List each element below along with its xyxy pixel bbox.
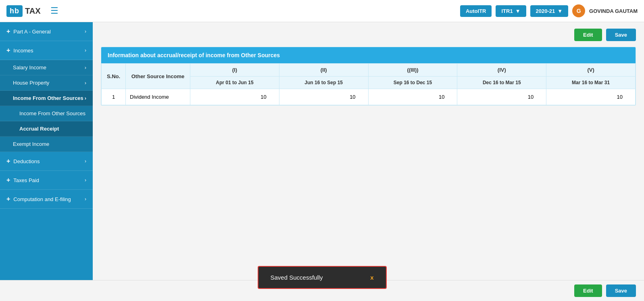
logo: hb TAX (6, 5, 41, 17)
cell-source: Dividend Income (126, 89, 190, 105)
sidebar: + Part A - General › + Incomes › Salary … (0, 22, 93, 280)
user-name: GOVINDA GAUTAM (589, 8, 638, 14)
chevron-right-icon: › (85, 64, 86, 71)
toast-close-button[interactable]: x (370, 274, 373, 281)
sidebar-item-label: Income From Other Sources (19, 110, 85, 116)
plus-icon: + (6, 158, 10, 165)
sidebar-item-exempt-income[interactable]: Exempt Income (0, 137, 93, 152)
sidebar-item-label: Accrual Receipt (19, 126, 59, 132)
chevron-down-icon: › (85, 95, 86, 101)
cell-value-1[interactable] (190, 89, 279, 105)
section-header: Information about accrual/receipt of inc… (101, 47, 636, 63)
top-action-bar: Edit Save (101, 29, 636, 41)
sidebar-item-house-property[interactable]: House Property › (0, 75, 93, 91)
top-edit-button[interactable]: Edit (574, 29, 602, 41)
chevron-right-icon: › (85, 80, 86, 86)
col-header-period-1: Apr 01 to Jun 15 (190, 77, 279, 89)
col-header-roman-2: (II) (279, 64, 368, 77)
logo-hb: hb (6, 5, 23, 17)
chevron-right-icon: › (85, 177, 86, 183)
cell-value-5[interactable] (546, 89, 636, 105)
sidebar-item-income-other-sources-sub[interactable]: Income From Other Sources (0, 106, 93, 121)
input-value-4[interactable] (461, 91, 543, 102)
cell-value-2[interactable] (279, 89, 368, 105)
year-chevron-icon: ▼ (557, 8, 563, 14)
col-header-source: Other Source Income (126, 64, 190, 89)
table-row: 1Dividend Income (102, 89, 636, 105)
toast-message: Saved Successfully (271, 274, 323, 281)
sidebar-item-label: Incomes (13, 48, 33, 54)
input-value-2[interactable] (283, 91, 365, 102)
sidebar-item-incomes[interactable]: + Incomes › (0, 41, 93, 60)
bottom-save-button[interactable]: Save (606, 284, 636, 297)
sidebar-item-label: Salary Income (13, 64, 46, 71)
accrual-receipt-table: S.No. Other Source Income (I) (II) ((III… (101, 63, 636, 105)
chevron-down-icon: › (85, 48, 86, 53)
avatar: G (572, 4, 585, 17)
sidebar-item-accrual-receipt[interactable]: Accrual Receipt (0, 121, 93, 137)
input-value-5[interactable] (550, 91, 632, 102)
toast-overlay: Saved Successfully x (258, 266, 387, 289)
input-value-1[interactable] (194, 91, 276, 102)
sidebar-item-label: Exempt Income (13, 141, 49, 147)
sidebar-item-computation[interactable]: + Computation and E-filing › (0, 190, 93, 209)
itr1-button[interactable]: ITR1 ▼ (496, 5, 526, 17)
autoitr-button[interactable]: AutoITR (460, 5, 492, 17)
sidebar-item-label: Part A - General (13, 29, 51, 35)
sidebar-item-deductions[interactable]: + Deductions › (0, 152, 93, 171)
bottom-edit-button[interactable]: Edit (574, 284, 602, 297)
col-header-roman-3: ((III)) (368, 64, 457, 77)
col-header-period-5: Mar 16 to Mar 31 (546, 77, 636, 89)
cell-value-4[interactable] (457, 89, 546, 105)
sidebar-item-label: Taxes Paid (13, 177, 39, 183)
col-header-roman-4: (IV) (457, 64, 546, 77)
hamburger-icon[interactable]: ☰ (50, 6, 58, 16)
layout: + Part A - General › + Incomes › Salary … (0, 22, 644, 280)
plus-icon: + (6, 176, 10, 184)
input-value-3[interactable] (372, 91, 454, 102)
navbar-right: AutoITR ITR1 ▼ 2020-21 ▼ G GOVINDA GAUTA… (460, 4, 638, 17)
chevron-right-icon: › (85, 158, 86, 164)
sidebar-item-label: Income From Other Sources (13, 95, 83, 101)
itr1-chevron-icon: ▼ (515, 8, 521, 14)
logo-tax: TAX (25, 6, 41, 16)
chevron-right-icon: › (85, 29, 86, 34)
cell-sno: 1 (102, 89, 126, 105)
col-header-period-2: Jun 16 to Sep 15 (279, 77, 368, 89)
col-header-sno: S.No. (102, 64, 126, 89)
sidebar-item-part-a[interactable]: + Part A - General › (0, 22, 93, 41)
sidebar-item-taxes-paid[interactable]: + Taxes Paid › (0, 171, 93, 190)
chevron-right-icon: › (85, 196, 86, 202)
toast: Saved Successfully x (258, 266, 387, 289)
col-header-roman-5: (V) (546, 64, 636, 77)
col-header-period-4: Dec 16 to Mar 15 (457, 77, 546, 89)
plus-icon: + (6, 195, 10, 203)
year-button[interactable]: 2020-21 ▼ (530, 5, 569, 17)
sidebar-item-salary[interactable]: Salary Income › (0, 60, 93, 75)
sidebar-item-income-other-sources[interactable]: Income From Other Sources › (0, 91, 93, 106)
sidebar-item-label: Computation and E-filing (13, 196, 71, 202)
plus-icon: + (6, 28, 10, 35)
cell-value-3[interactable] (368, 89, 457, 105)
plus-icon: + (6, 47, 10, 54)
col-header-period-3: Sep 16 to Dec 15 (368, 77, 457, 89)
col-header-roman-1: (I) (190, 64, 279, 77)
top-save-button[interactable]: Save (606, 29, 636, 41)
sidebar-item-label: Deductions (13, 158, 40, 164)
navbar: hb TAX ☰ AutoITR ITR1 ▼ 2020-21 ▼ G GOVI… (0, 0, 644, 22)
main-content: Edit Save Information about accrual/rece… (93, 22, 644, 280)
sidebar-item-label: House Property (13, 80, 49, 86)
accrual-receipt-table-container: Information about accrual/receipt of inc… (101, 47, 636, 106)
